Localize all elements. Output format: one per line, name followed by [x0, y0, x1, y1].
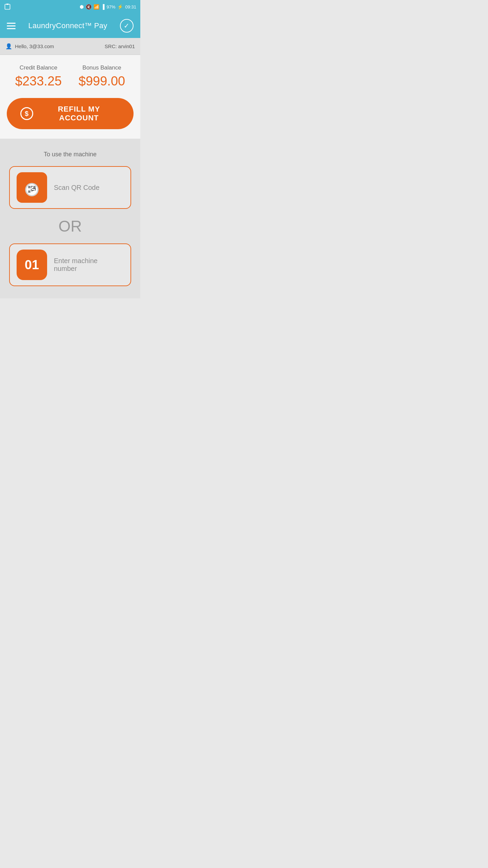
credit-balance: Credit Balance $233.25	[15, 64, 62, 88]
svg-rect-13	[29, 191, 30, 192]
machine-number-button[interactable]: 01 Enter machinenumber	[9, 243, 131, 286]
svg-rect-1	[6, 4, 9, 5]
wifi-icon: 📶	[94, 4, 99, 9]
svg-rect-7	[29, 186, 30, 188]
scan-qr-button[interactable]: Scan QR Code	[9, 166, 131, 209]
camera-svg	[20, 175, 44, 200]
credit-amount: $233.25	[15, 74, 62, 88]
check-icon: ✓	[124, 22, 129, 30]
user-info-bar: 👤 Hello, 3@33.com SRC: arvin01	[0, 38, 140, 55]
greeting-text: Hello, 3@33.com	[15, 43, 54, 49]
scan-qr-label: Scan QR Code	[54, 184, 100, 192]
status-right: ⬢ 🔇 📶 ▐ 97% ⚡ 09:31	[80, 4, 137, 9]
bluetooth-icon: ⬢	[80, 4, 84, 9]
svg-rect-14	[31, 186, 33, 187]
svg-rect-19	[35, 188, 36, 191]
refill-button[interactable]: $ REFILL MY ACCOUNT	[7, 98, 134, 129]
svg-rect-20	[32, 190, 34, 191]
machine-number-label: Enter machinenumber	[54, 257, 98, 273]
battery-level: 97%	[106, 4, 115, 9]
bonus-label: Bonus Balance	[82, 64, 121, 71]
user-icon: 👤	[5, 43, 12, 50]
check-button[interactable]: ✓	[120, 19, 134, 33]
machine-number-icon: 01	[17, 250, 47, 280]
battery-icon: ⚡	[117, 4, 123, 9]
time-display: 09:31	[125, 4, 136, 9]
balance-section: Credit Balance $233.25 Bonus Balance $99…	[0, 55, 140, 139]
signal-icon: ▐	[101, 4, 105, 9]
machine-instruction: To use the machine	[44, 151, 97, 158]
svg-rect-17	[31, 189, 32, 191]
svg-rect-15	[31, 187, 32, 188]
svg-rect-0	[5, 4, 10, 9]
src-text: SRC: arvin01	[105, 43, 135, 49]
balance-grid: Credit Balance $233.25 Bonus Balance $99…	[7, 64, 134, 88]
svg-rect-16	[31, 191, 33, 191]
bonus-balance: Bonus Balance $999.00	[79, 64, 125, 88]
status-left	[4, 3, 11, 10]
clipboard-icon	[4, 3, 11, 10]
menu-button[interactable]	[7, 23, 16, 29]
user-greeting: 👤 Hello, 3@33.com	[5, 43, 54, 50]
or-divider: OR	[59, 217, 82, 235]
svg-rect-21	[28, 180, 33, 183]
machine-number: 01	[25, 258, 39, 272]
bonus-amount: $999.00	[79, 74, 125, 88]
refill-label: REFILL MY ACCOUNT	[38, 105, 120, 122]
app-header: LaundryConnect™ Pay ✓	[0, 14, 140, 38]
app-title: LaundryConnect™ Pay	[28, 21, 107, 30]
qr-camera-icon	[17, 172, 47, 203]
dollar-icon: $	[20, 107, 33, 120]
status-bar: ⬢ 🔇 📶 ▐ 97% ⚡ 09:31	[0, 0, 140, 14]
mute-icon: 🔇	[86, 4, 92, 9]
svg-rect-10	[34, 186, 35, 188]
credit-label: Credit Balance	[20, 64, 58, 71]
machine-section: To use the machine	[0, 139, 140, 298]
svg-point-4	[26, 184, 37, 195]
